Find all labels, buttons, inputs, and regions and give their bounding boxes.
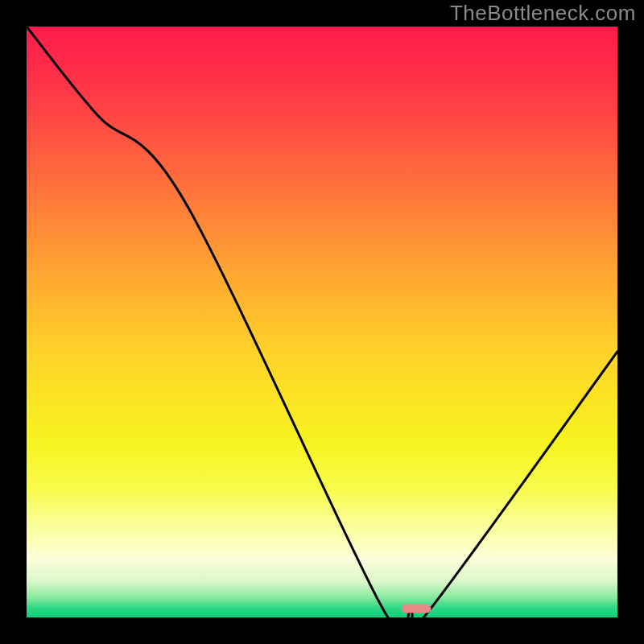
plot-background — [27, 27, 617, 617]
chart-frame: TheBottleneck.com — [0, 0, 644, 644]
watermark-label: TheBottleneck.com — [450, 1, 636, 26]
bottleneck-chart — [27, 27, 617, 617]
optimum-marker — [402, 604, 431, 613]
